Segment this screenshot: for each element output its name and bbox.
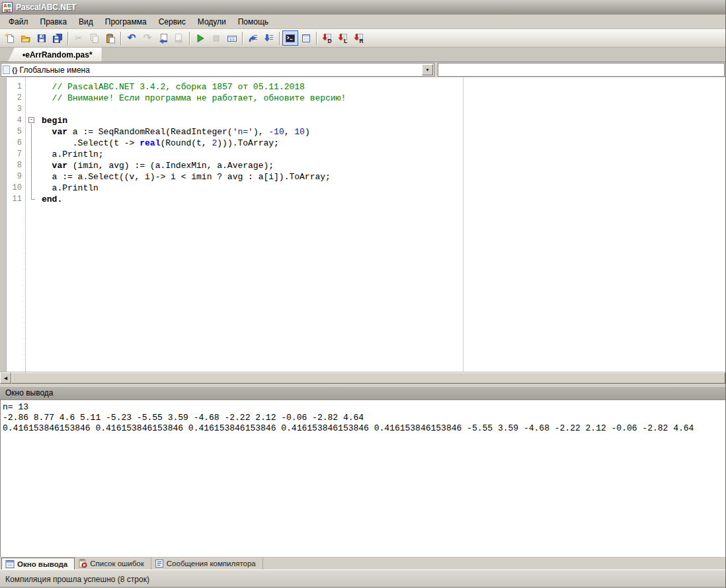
code-segment-lit: 10 — [294, 127, 305, 137]
code-line[interactable]: // Внимание! Если программа не работает,… — [42, 93, 725, 104]
code-line[interactable]: var (imin, avg) := (a.IndexMin, a.Averag… — [42, 160, 725, 171]
scope-combobox-value: Глобальные имена — [20, 65, 90, 75]
code-segment-pl: (imin, avg) := (a.IndexMin, a.Average); — [67, 161, 274, 171]
window-title: PascalABC.NET — [16, 3, 76, 12]
output-line: 0.416153846153846 0.416153846153846 0.41… — [3, 423, 724, 434]
line-number: 3 — [7, 104, 22, 115]
bottom-tab-error-list[interactable]: Список ошибок — [75, 558, 151, 569]
menu-item-modules[interactable]: Модули — [192, 15, 232, 28]
stop-button[interactable] — [208, 30, 224, 46]
console-toggle-button[interactable] — [282, 30, 298, 46]
bottom-tab-output-window[interactable]: Окно вывода — [1, 558, 75, 569]
code-text-area[interactable]: // PascalABC.NET 3.4.2, сборка 1857 от 0… — [39, 77, 725, 372]
bottom-tab-compiler-messages[interactable]: Сообщения компилятора — [151, 558, 263, 569]
code-line[interactable]: a.Println; — [42, 149, 725, 160]
cut-icon: ✂ — [75, 34, 83, 43]
code-line[interactable] — [42, 104, 725, 115]
code-segment-pl — [42, 127, 52, 137]
new-file-icon — [5, 33, 15, 44]
menu-item-view[interactable]: Вид — [73, 15, 99, 28]
copy-button[interactable] — [87, 30, 102, 46]
chevron-down-icon[interactable]: ▼ — [422, 64, 433, 75]
code-editor[interactable]: 1234567891011 - // PascalABC.NET 3.4.2, … — [0, 77, 725, 372]
braces-icon: {} — [12, 66, 18, 74]
toolbar-separator — [120, 32, 122, 45]
variables-window-button[interactable] — [298, 30, 314, 46]
bottom-tab-label: Окно вывода — [17, 560, 67, 568]
keyboard-button[interactable] — [224, 30, 240, 46]
fold-collapse-icon[interactable]: - — [28, 117, 34, 123]
title-bar[interactable]: ABnet PascalABC.NET — [0, 0, 725, 15]
menu-item-help[interactable]: Помощь — [232, 15, 274, 28]
goto-definition-button[interactable]: D — [319, 30, 335, 46]
fold-end-tick — [31, 199, 35, 200]
paste-icon — [105, 33, 116, 44]
menu-item-file[interactable]: Файл — [3, 15, 34, 28]
svg-text:net: net — [4, 8, 11, 13]
step-over-button[interactable] — [245, 30, 261, 46]
document-tab[interactable]: •eArrRandom.pas* — [8, 48, 102, 62]
scrollbar-thumb[interactable] — [11, 372, 725, 384]
line-number: 6 — [7, 138, 22, 149]
toolbar-separator — [279, 32, 280, 45]
code-segment-lit: -10 — [268, 127, 284, 137]
code-line[interactable]: // PascalABC.NET 3.4.2, сборка 1857 от 0… — [42, 81, 725, 93]
code-segment-kw: var — [52, 127, 67, 137]
code-segment-pl: a.Println; — [42, 149, 104, 159]
members-combobox[interactable] — [438, 63, 725, 77]
step-over-icon — [248, 33, 259, 44]
line-number: 4 — [7, 115, 22, 126]
goto-definition-icon: D — [322, 33, 333, 44]
nav-forward-icon — [174, 33, 184, 44]
save-icon — [36, 33, 47, 44]
save-all-button[interactable] — [50, 30, 65, 46]
run-button[interactable] — [192, 30, 208, 46]
code-segment-pl: a := SeqRandomReal(ReadInteger( — [67, 127, 233, 137]
right-margin-guide — [463, 77, 464, 372]
line-number-gutter: 1234567891011 — [7, 77, 26, 372]
document-tab-bar: •eArrRandom.pas* — [0, 48, 725, 62]
code-line[interactable]: end. — [42, 194, 725, 205]
undo-button[interactable]: ↶ — [124, 30, 140, 46]
goto-declaration-button[interactable]: L — [335, 30, 351, 46]
nav-back-icon — [158, 33, 169, 44]
code-segment-kw: end. — [42, 194, 62, 204]
nav-forward-button[interactable] — [171, 30, 187, 46]
pascalabc-logo-icon: ABnet — [2, 2, 13, 13]
open-file-button[interactable] — [18, 30, 34, 46]
editor-horizontal-scrollbar[interactable]: ◀ — [0, 372, 725, 384]
scope-combobox[interactable]: {} Глобальные имена ▼ — [1, 63, 434, 77]
code-segment-kw: begin — [42, 116, 67, 126]
line-number: 7 — [7, 149, 22, 160]
code-line[interactable]: a := a.Select((v, i)-> i < imin ? avg : … — [42, 171, 725, 183]
toolbar-separator — [242, 32, 243, 45]
nav-back-button[interactable] — [155, 30, 171, 46]
new-file-button[interactable] — [2, 30, 18, 46]
goto-declaration-icon: L — [338, 33, 348, 44]
scroll-left-arrow-icon[interactable]: ◀ — [0, 372, 11, 384]
menu-item-program[interactable]: Программа — [99, 15, 153, 28]
code-line[interactable]: .Select(t -> real(Round(t, 2))).ToArray; — [42, 138, 725, 149]
menu-bar: ФайлПравкаВидПрограммаСервисМодулиПомощь — [0, 15, 725, 29]
code-line[interactable]: a.Println — [42, 183, 725, 194]
step-into-button[interactable] — [261, 30, 277, 46]
output-console[interactable]: n= 13-2.86 8.77 4.6 5.11 -5.23 -5.55 3.5… — [0, 400, 725, 557]
code-segment-lit: 'n=' — [233, 127, 253, 137]
redo-button[interactable]: ↷ — [140, 30, 155, 46]
code-line[interactable]: var a := SeqRandomReal(ReadInteger('n=')… — [42, 126, 725, 138]
toolbar-separator — [316, 32, 317, 45]
code-line[interactable]: begin — [42, 115, 725, 126]
cut-button[interactable]: ✂ — [71, 30, 87, 46]
find-references-button[interactable]: R — [351, 30, 367, 46]
bookmark-gutter — [0, 77, 7, 372]
menu-item-edit[interactable]: Правка — [34, 15, 73, 28]
line-number: 5 — [7, 126, 22, 138]
paste-button[interactable] — [102, 30, 118, 46]
code-segment-pl: a.Println — [42, 183, 99, 193]
save-button[interactable] — [34, 30, 50, 46]
menu-item-service[interactable]: Сервис — [153, 15, 192, 28]
step-into-icon — [264, 33, 274, 44]
stop-icon — [211, 33, 222, 44]
line-number: 11 — [7, 194, 22, 205]
app-window: ABnet PascalABC.NET ФайлПравкаВидПрограм… — [0, 0, 726, 588]
